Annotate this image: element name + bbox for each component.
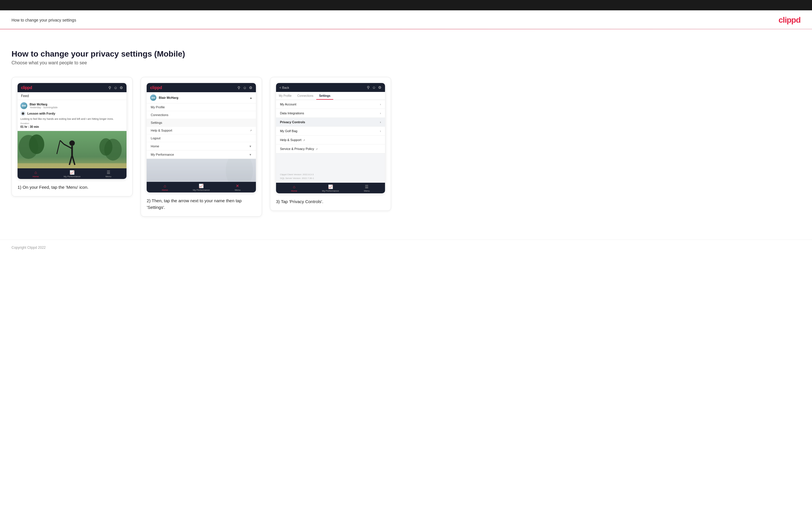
step3-caption: 3) Tap 'Privacy Controls'. [276, 199, 385, 205]
phone1-icons: ⚲ ☺ ⚙ [108, 86, 123, 90]
phone1-bottom-nav: ⌂ Home 📈 My Performance ☰ Menu [17, 168, 126, 179]
phone-3-mockup: < Back ⚲ ☺ ⚙ My Profile Connections [276, 83, 385, 193]
performance-icon: 📈 [69, 170, 74, 175]
step-1-card: clippd ⚲ ☺ ⚙ Feed BM [11, 77, 133, 196]
nav-performance-label: My Performance [151, 153, 174, 156]
step-3-card: < Back ⚲ ☺ ⚙ My Profile Connections [270, 77, 391, 211]
dropdown-item-connections: Connections [147, 111, 256, 119]
list-item-dataintegrations: Data Integrations › [276, 109, 385, 118]
list-item-helpsupport: Help & Support ↗ [276, 135, 385, 145]
duration-label: Duration [20, 122, 123, 125]
home-label: Home [33, 175, 39, 178]
version-gql: GQL Server Version: 2022.7.30-1 [280, 177, 381, 180]
connections-tab-label: Connections [297, 94, 313, 97]
user-icon: ☺ [243, 86, 246, 90]
list-item-serviceprivacy: Service & Privacy Policy ↗ [276, 145, 385, 153]
phone3-bottom-nav: ⌂ Home 📈 My Performance ☰ Menu [276, 183, 385, 193]
myaccount-label: My Account [280, 103, 297, 106]
tab-connections[interactable]: Connections [295, 92, 316, 100]
bottom-nav-menu: ☰ Menu [90, 170, 126, 178]
user-icon: ☺ [113, 86, 117, 90]
nav-item-home: Home ▼ [147, 142, 256, 151]
svg-point-14 [226, 159, 253, 182]
phone2-bottom-nav: ⌂ Home 📈 My Performance ✕ Menu [147, 182, 256, 192]
phone3-icons: ⚲ ☺ ⚙ [367, 85, 382, 90]
phone1-feed-tab: Feed [17, 92, 126, 100]
nav-item-performance: My Performance ▼ [147, 151, 256, 159]
header-title: How to change your privacy settings [11, 18, 76, 22]
connections-label: Connections [151, 113, 168, 117]
step2-caption: 2) Then, tap the arrow next to your name… [147, 198, 256, 211]
phone2-icons: ⚲ ☺ ⚙ [238, 86, 252, 90]
lesson-title: Lesson with Fordy [27, 112, 55, 115]
header: How to change your privacy settings clip… [0, 10, 812, 29]
copyright-text: Copyright Clippd 2022 [11, 245, 46, 249]
clippd-logo: clippd [779, 15, 801, 25]
serviceprivacy-label: Service & Privacy Policy ↗ [280, 147, 318, 151]
dropdown-item-logout: Logout [147, 134, 256, 142]
feed-tab-label: Feed [21, 94, 29, 98]
cards-row: clippd ⚲ ☺ ⚙ Feed BM [11, 77, 391, 217]
phone3-version: Clippd Client Version: 2022.8.3-3 GQL Se… [276, 171, 385, 183]
home-label: Home [162, 189, 168, 191]
step-2-card: clippd ⚲ ☺ ⚙ BM Blair McHarg ▲ [141, 77, 262, 217]
tab-myprofile[interactable]: My Profile [276, 92, 295, 100]
menu-icon: ☰ [107, 170, 110, 175]
chevron-right-icon: › [380, 129, 381, 133]
post-date: Yesterday · Sunningdale [30, 106, 57, 109]
external-link-icon: ↗ [250, 129, 252, 132]
svg-point-2 [29, 134, 44, 154]
phone1-logo: clippd [21, 85, 32, 90]
phone2-dropdown: BM Blair McHarg ▲ My Profile Connections… [147, 92, 256, 142]
svg-point-4 [99, 138, 112, 156]
phone2-bottom-performance: 📈 My Performance [183, 183, 219, 191]
phone1-navbar: clippd ⚲ ☺ ⚙ [17, 83, 126, 92]
phone3-bottom-performance: 📈 My Performance [312, 184, 349, 192]
settings-tab-label: Settings [319, 94, 331, 97]
svg-rect-5 [17, 163, 126, 168]
phone2-bottom-close: ✕ Menu [219, 183, 256, 191]
close-icon: ✕ [236, 183, 239, 188]
phone3-spacer [276, 153, 385, 171]
dropdown-chevron-icon: ▲ [250, 96, 252, 99]
dataintegrations-label: Data Integrations [280, 111, 304, 115]
performance-icon: 📈 [199, 183, 204, 188]
settings-icon: ⚙ [249, 86, 252, 90]
bottom-nav-home: ⌂ Home [17, 170, 54, 178]
helpsupport-label: Help & Support ↗ [280, 138, 305, 142]
phone3-bottom-home: ⌂ Home [276, 184, 312, 192]
dropdown-item-helpsupport: Help & Support ↗ [147, 127, 256, 134]
avatar-initials: BM [22, 104, 26, 107]
post-meta: Blair McHarg Yesterday · Sunningdale [30, 103, 57, 109]
svg-point-6 [69, 140, 75, 146]
bottom-nav-performance: 📈 My Performance [54, 170, 90, 178]
tab-settings[interactable]: Settings [316, 92, 333, 100]
phone2-navbar: clippd ⚲ ☺ ⚙ [147, 83, 256, 92]
top-bar [0, 0, 812, 10]
settings-icon: ⚙ [378, 85, 382, 90]
home-chevron-icon: ▼ [249, 145, 252, 148]
list-item-privacycontrols[interactable]: Privacy Controls › [276, 118, 385, 127]
menu-label: Menu [235, 189, 240, 191]
home-icon: ⌂ [164, 183, 166, 188]
menu-label: Menu [364, 189, 370, 192]
phone3-navbar: < Back ⚲ ☺ ⚙ [276, 83, 385, 92]
step1-caption: 1) On your Feed, tap the 'Menu' icon. [17, 184, 126, 191]
phone3-tabs: My Profile Connections Settings [276, 92, 385, 100]
page-subheading: Choose what you want people to see [11, 60, 391, 65]
chevron-right-icon: › [380, 103, 381, 106]
performance-label: My Performance [322, 189, 339, 192]
search-icon: ⚲ [367, 85, 370, 90]
post-avatar: BM [20, 102, 27, 109]
nav-home-label: Home [151, 145, 159, 148]
home-label: Home [291, 189, 297, 192]
menu-label: Menu [105, 175, 111, 178]
footer: Copyright Clippd 2022 [0, 239, 812, 256]
phone2-nav-section: Home ▼ My Performance ▼ [147, 142, 256, 159]
performance-chevron-icon: ▼ [249, 153, 252, 156]
phone1-golf-image [17, 131, 126, 168]
dropdown-item-myprofile: My Profile [147, 103, 256, 111]
list-item-myaccount: My Account › [276, 100, 385, 109]
chevron-right-icon: › [380, 111, 381, 115]
myprofile-tab-label: My Profile [279, 94, 292, 97]
